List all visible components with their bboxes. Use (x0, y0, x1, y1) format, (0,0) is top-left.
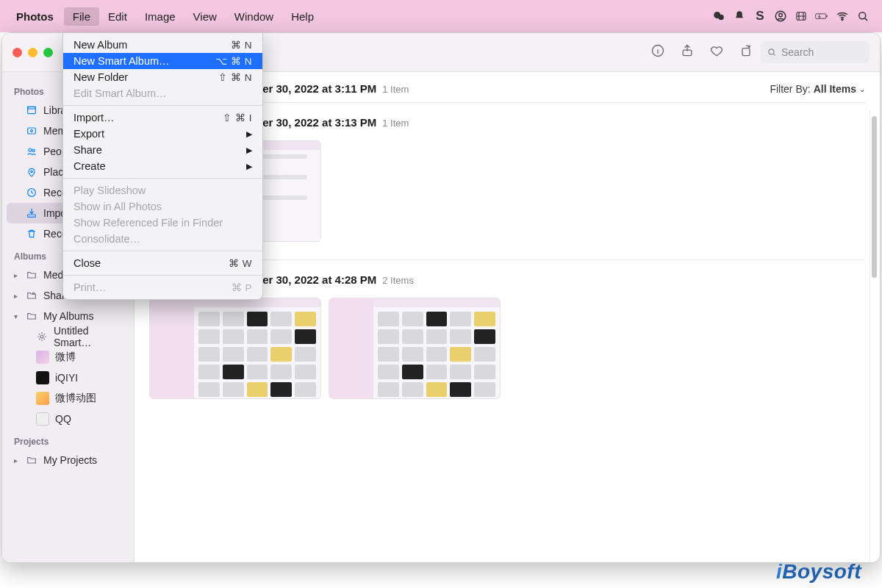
photo-thumbnail[interactable] (329, 298, 501, 399)
menu-separator (63, 275, 262, 276)
menu-item-export[interactable]: Export▶ (63, 126, 262, 142)
import-group-count: 1 Item (382, 118, 409, 129)
svg-point-7 (842, 19, 843, 21)
folder-icon (26, 269, 37, 281)
import-group-count: 1 Item (382, 84, 409, 95)
svg-point-22 (32, 293, 35, 295)
library-icon (26, 104, 37, 116)
disclosure-icon[interactable]: ▾ (14, 312, 18, 320)
svg-point-3 (779, 13, 783, 17)
svg-point-19 (31, 171, 33, 173)
people-icon (26, 146, 37, 157)
menu-item-consolidate: Consolidate… (63, 231, 262, 247)
info-icon[interactable] (643, 43, 673, 61)
menu-help[interactable]: Help (282, 7, 323, 26)
trash-icon (26, 228, 37, 240)
app-name[interactable]: Photos (16, 10, 54, 23)
menu-item-share[interactable]: Share▶ (63, 142, 262, 158)
folder-icon (26, 454, 37, 466)
menu-item-label: Close (74, 257, 101, 269)
input-method-icon[interactable] (791, 10, 811, 23)
disclosure-icon[interactable]: ▸ (14, 292, 18, 300)
status-s-icon[interactable]: S (750, 9, 770, 24)
svg-rect-14 (28, 107, 36, 109)
svg-rect-5 (816, 14, 826, 18)
menu-item-label: Play Slideshow (74, 184, 146, 196)
menu-separator (63, 178, 262, 179)
menu-separator (63, 251, 262, 251)
submenu-arrow-icon: ▶ (246, 129, 252, 139)
file-menu-dropdown: New Album⌘ NNew Smart Album…⌥ ⌘ NNew Fol… (62, 32, 263, 300)
menu-item-label: Edit Smart Album… (74, 87, 167, 99)
sidebar-item-iqiyi[interactable]: iQIYI (7, 368, 129, 388)
sidebar-item-my-projects[interactable]: ▸My Projects (7, 450, 129, 470)
menu-item-play-slideshow: Play Slideshow (63, 182, 262, 198)
menu-item-new-folder[interactable]: New Folder⇧ ⌘ N (63, 69, 262, 85)
svg-rect-11 (742, 49, 750, 56)
user-icon[interactable] (770, 10, 791, 23)
sidebar-item-label: My Albums (43, 310, 93, 322)
menu-item-shortcut: ⌘ P (232, 282, 252, 293)
menu-item-label: New Smart Album… (74, 55, 170, 67)
menu-item-shortcut: ⌘ N (231, 39, 252, 51)
wechat-icon[interactable] (709, 10, 729, 23)
menu-item-print: Print…⌘ P (63, 279, 262, 295)
submenu-arrow-icon: ▶ (246, 146, 252, 155)
sidebar-item-untitled-smart-[interactable]: Untitled Smart… (7, 326, 129, 347)
menu-item-label: New Album (74, 39, 127, 51)
places-icon (26, 166, 37, 178)
share-icon[interactable] (673, 43, 702, 61)
window-controls (12, 48, 53, 57)
shared-icon (26, 290, 37, 301)
wifi-icon[interactable] (832, 10, 853, 23)
menu-file[interactable]: File (64, 7, 99, 26)
menu-item-new-smart-album[interactable]: New Smart Album…⌥ ⌘ N (63, 53, 262, 69)
disclosure-icon[interactable]: ▸ (14, 456, 18, 465)
menu-window[interactable]: Window (226, 7, 282, 26)
sidebar-item--[interactable]: 微博 (7, 347, 129, 368)
rotate-icon[interactable] (731, 43, 761, 61)
menu-item-shortcut: ⇧ ⌘ N (218, 71, 252, 83)
menu-item-label: Export (74, 128, 104, 140)
svg-point-8 (859, 12, 866, 19)
maximize-button[interactable] (43, 48, 53, 57)
sidebar-item-label: QQ (55, 413, 71, 425)
svg-point-17 (29, 148, 32, 151)
menu-item-edit-smart-album: Edit Smart Album… (63, 85, 262, 101)
disclosure-icon[interactable]: ▸ (14, 271, 18, 279)
battery-icon[interactable] (811, 10, 832, 23)
search-field[interactable]: Search (761, 41, 870, 63)
recents-icon (26, 187, 37, 198)
svg-point-1 (718, 15, 724, 21)
notification-icon[interactable] (729, 10, 750, 23)
menu-item-label: Show Referenced File in Finder (74, 217, 223, 229)
close-button[interactable] (12, 48, 22, 57)
menu-item-new-album[interactable]: New Album⌘ N (63, 37, 262, 53)
menu-view[interactable]: View (184, 7, 226, 26)
sidebar-item-my-albums[interactable]: ▾My Albums (7, 306, 129, 326)
menu-item-shortcut: ⌘ W (229, 257, 252, 269)
import-group-count: 2 Items (382, 275, 414, 286)
menu-edit[interactable]: Edit (99, 7, 136, 26)
scrollbar[interactable] (870, 110, 878, 562)
menu-item-create[interactable]: Create▶ (63, 158, 262, 174)
menu-item-show-in-all-photos: Show in All Photos (63, 198, 262, 215)
svg-point-18 (32, 149, 35, 151)
menu-item-shortcut: ⌥ ⌘ N (215, 55, 252, 67)
photo-thumbnail[interactable] (149, 298, 321, 399)
spotlight-icon[interactable] (853, 10, 873, 23)
menu-image[interactable]: Image (136, 7, 184, 26)
minimize-button[interactable] (28, 48, 37, 57)
menu-item-label: Print… (74, 282, 106, 293)
sidebar-item-qq[interactable]: QQ (7, 409, 129, 429)
menu-item-show-referenced-file-in-finder: Show Referenced File in Finder (63, 215, 262, 231)
menu-item-close[interactable]: Close⌘ W (63, 255, 262, 271)
thumbnail-row (135, 290, 880, 414)
favorite-icon[interactable] (702, 43, 731, 61)
sidebar-item--[interactable]: 微博动图 (7, 388, 129, 409)
filter-control[interactable]: Filter By: All Items ⌄ (770, 83, 865, 95)
watermark: iBoysoft (776, 560, 861, 584)
svg-point-16 (31, 130, 33, 132)
menu-item-import[interactable]: Import…⇧ ⌘ I (63, 110, 262, 126)
svg-point-23 (40, 335, 43, 338)
